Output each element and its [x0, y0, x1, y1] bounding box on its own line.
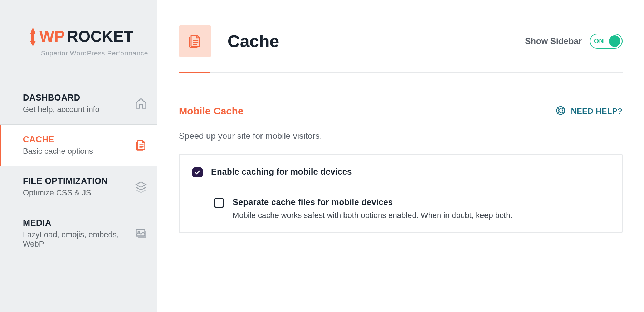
option-label: Enable caching for mobile devices: [211, 167, 352, 177]
option-enable-mobile-cache: Enable caching for mobile devices: [192, 165, 609, 179]
toggle-knob: [609, 35, 620, 47]
enable-mobile-cache-checkbox[interactable]: [192, 167, 203, 177]
need-help-link[interactable]: NEED HELP?: [555, 105, 623, 117]
sidebar-item-sub: Get help, account info: [23, 105, 99, 114]
sidebar-item-title: MEDIA: [23, 218, 135, 228]
svg-point-3: [559, 109, 562, 112]
sidebar-item-title: DASHBOARD: [23, 93, 99, 103]
page-title: Cache: [228, 31, 279, 51]
brand-logo: WP ROCKET Superior WordPress Performance: [0, 0, 157, 72]
layers-icon: [135, 180, 147, 193]
show-sidebar-toggle[interactable]: ON: [590, 34, 623, 49]
separate-cache-files-checkbox[interactable]: [214, 198, 224, 208]
mobile-cache-link[interactable]: Mobile cache: [233, 211, 279, 220]
sidebar-item-title: CACHE: [23, 135, 93, 145]
sidebar-item-sub: Basic cache options: [23, 147, 93, 156]
sidebar-item-cache[interactable]: CACHE Basic cache options: [0, 125, 157, 166]
cache-page-icon: [179, 25, 211, 57]
option-label: Separate cache files for mobile devices: [233, 197, 513, 207]
files-icon: [135, 139, 147, 152]
main-panel: Cache Show Sidebar ON Mobile Cache NEED …: [157, 0, 644, 312]
brand-tagline: Superior WordPress Performance: [41, 49, 150, 57]
image-icon: [135, 227, 147, 240]
sidebar-item-dashboard[interactable]: DASHBOARD Get help, account info: [0, 83, 157, 125]
rocket-icon: [29, 27, 37, 48]
settings-nav: DASHBOARD Get help, account info CACHE B…: [0, 83, 157, 259]
section-title: Mobile Cache: [179, 106, 243, 117]
toggle-on-label: ON: [594, 38, 604, 45]
mobile-cache-options: Enable caching for mobile devices Separa…: [179, 154, 623, 233]
lifebuoy-icon: [555, 105, 566, 117]
brand-wp: WP: [39, 28, 65, 45]
sidebar-item-file-optimization[interactable]: FILE OPTIMIZATION Optimize CSS & JS: [0, 166, 157, 208]
need-help-text: NEED HELP?: [571, 107, 623, 116]
home-icon: [135, 97, 147, 110]
option-detail-rest: works safest with both options enabled. …: [279, 211, 513, 220]
option-separate-cache-files: Separate cache files for mobile devices …: [214, 186, 609, 221]
settings-sidebar: WP ROCKET Superior WordPress Performance…: [0, 0, 157, 312]
option-detail: Mobile cache works safest with both opti…: [233, 211, 513, 220]
sidebar-item-media[interactable]: MEDIA LazyLoad, emojis, embeds, WebP: [0, 208, 157, 259]
sidebar-item-title: FILE OPTIMIZATION: [23, 176, 108, 186]
brand-rocket: ROCKET: [67, 28, 133, 45]
show-sidebar-label: Show Sidebar: [525, 36, 582, 46]
sidebar-item-sub: Optimize CSS & JS: [23, 188, 108, 198]
mobile-cache-section: Mobile Cache NEED HELP? Speed up your si…: [179, 105, 623, 233]
page-header: Cache Show Sidebar ON: [179, 25, 623, 73]
sidebar-item-sub: LazyLoad, emojis, embeds, WebP: [23, 230, 135, 249]
section-description: Speed up your site for mobile visitors.: [179, 131, 623, 141]
